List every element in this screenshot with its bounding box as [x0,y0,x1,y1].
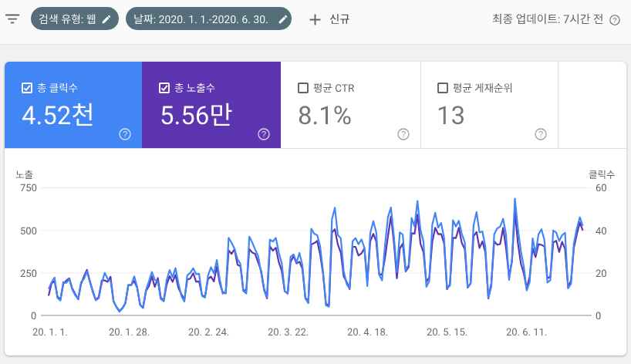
svg-text:?: ? [262,130,266,139]
svg-text:?: ? [123,130,127,139]
svg-text:?: ? [612,15,616,24]
svg-text:?: ? [401,130,406,139]
svg-text:?: ? [538,130,543,139]
